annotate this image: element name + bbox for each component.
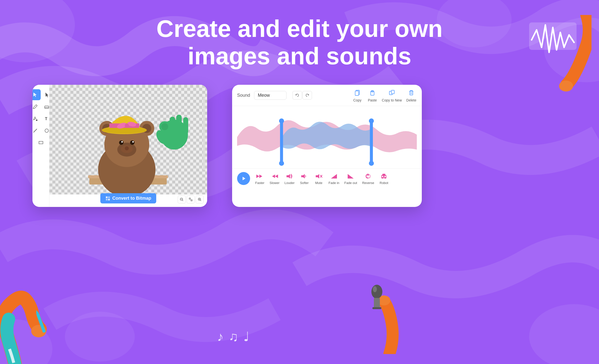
- play-button[interactable]: [237, 172, 250, 185]
- svg-rect-39: [183, 117, 188, 134]
- fade-out-icon: [346, 173, 355, 180]
- mute-button[interactable]: Mute: [314, 173, 323, 185]
- slower-button[interactable]: Slower: [270, 173, 280, 185]
- svg-rect-85: [383, 178, 385, 178]
- svg-marker-74: [275, 175, 278, 178]
- svg-rect-64: [280, 121, 283, 163]
- svg-rect-43: [106, 199, 108, 200]
- faster-button[interactable]: Faster: [255, 173, 265, 185]
- mute-label: Mute: [315, 181, 322, 185]
- svg-marker-75: [287, 174, 290, 179]
- reverse-button[interactable]: Reverse: [362, 173, 374, 185]
- louder-button[interactable]: Louder: [285, 173, 295, 185]
- copy-to-new-action[interactable]: Copy to New: [382, 88, 402, 102]
- note-2: ♫: [229, 329, 238, 344]
- mute-icon: [314, 173, 323, 180]
- undo-button[interactable]: [293, 91, 302, 99]
- svg-point-8: [36, 119, 37, 121]
- svg-point-89: [559, 81, 573, 91]
- copy-action[interactable]: Copy: [352, 88, 363, 102]
- svg-point-33: [125, 123, 129, 127]
- sound-name-input[interactable]: [254, 91, 287, 100]
- svg-point-4: [65, 312, 135, 362]
- convert-bitmap-button[interactable]: Convert to Bitmap: [100, 193, 156, 203]
- fade-out-label: Fade out: [344, 181, 357, 185]
- svg-marker-71: [256, 175, 259, 178]
- waveform-display[interactable]: [232, 106, 422, 168]
- svg-rect-41: [106, 196, 108, 198]
- svg-point-1: [529, 304, 599, 364]
- svg-rect-82: [382, 174, 385, 176]
- svg-point-37: [161, 123, 168, 130]
- fade-in-button[interactable]: Fade in: [328, 173, 339, 185]
- sound-toolbar: Sound Copy Paste: [232, 85, 422, 106]
- delete-icon: [406, 88, 417, 97]
- svg-rect-94: [372, 307, 381, 309]
- svg-line-10: [33, 129, 37, 132]
- svg-rect-60: [391, 90, 394, 94]
- slower-icon: [270, 173, 279, 180]
- note-3: ♩: [243, 329, 250, 344]
- svg-line-46: [182, 200, 183, 201]
- robot-button[interactable]: Robot: [379, 173, 389, 185]
- image-canvas: Convert to Bitmap: [49, 85, 207, 207]
- svg-point-11: [45, 129, 48, 132]
- paste-label: Paste: [368, 98, 377, 102]
- zoom-controls: [178, 195, 204, 203]
- svg-point-83: [382, 176, 383, 177]
- sound-label: Sound: [237, 93, 250, 98]
- svg-point-22: [119, 140, 124, 145]
- svg-rect-44: [108, 199, 110, 200]
- canvas-scrollbar[interactable]: [203, 97, 205, 170]
- fade-out-button[interactable]: Fade out: [344, 173, 357, 185]
- zoom-fit-button[interactable]: [187, 195, 195, 203]
- svg-rect-61: [410, 91, 413, 95]
- svg-line-52: [200, 200, 201, 201]
- svg-point-95: [373, 286, 377, 292]
- robot-label: Robot: [380, 181, 388, 185]
- robot-icon: [379, 173, 389, 180]
- zoom-out-button[interactable]: [178, 195, 186, 203]
- line-tool[interactable]: [32, 125, 41, 136]
- copy-label: Copy: [353, 98, 362, 102]
- svg-point-23: [130, 140, 135, 145]
- svg-rect-38: [176, 115, 182, 132]
- fade-in-label: Fade in: [328, 181, 339, 185]
- note-1: ♪: [217, 329, 224, 344]
- sound-effects-toolbar: Faster Slower Louder Softer: [232, 168, 422, 188]
- undo-redo-buttons: [293, 91, 312, 99]
- svg-marker-70: [243, 177, 245, 180]
- svg-line-50: [190, 199, 191, 200]
- copy-icon: [352, 88, 363, 97]
- zoom-in-button[interactable]: [196, 195, 204, 203]
- svg-rect-56: [355, 91, 359, 95]
- select-tool[interactable]: [32, 89, 41, 100]
- softer-button[interactable]: Softer: [300, 173, 309, 185]
- pencil-tool[interactable]: [32, 101, 41, 112]
- delete-action[interactable]: Delete: [406, 88, 417, 102]
- decorative-left-arm: [0, 264, 70, 364]
- paste-action[interactable]: Paste: [367, 88, 378, 102]
- sound-editor-panel: Sound Copy Paste: [232, 85, 422, 207]
- svg-rect-90: [529, 22, 577, 50]
- reverse-icon: [363, 173, 373, 180]
- decorative-musical-notes: ♪ ♫ ♩: [217, 329, 250, 344]
- svg-point-68: [369, 118, 374, 123]
- image-editor-panel: T: [32, 85, 207, 207]
- svg-marker-77: [316, 174, 319, 179]
- svg-point-92: [371, 285, 382, 299]
- svg-rect-67: [370, 121, 373, 163]
- rectangle-tool[interactable]: [35, 137, 46, 148]
- louder-icon: [285, 173, 294, 180]
- svg-rect-12: [39, 141, 43, 144]
- louder-label: Louder: [285, 181, 295, 185]
- svg-point-65: [279, 118, 284, 123]
- reverse-label: Reverse: [362, 181, 374, 185]
- paste-icon: [367, 88, 378, 97]
- svg-rect-40: [170, 117, 175, 133]
- delete-label: Delete: [406, 98, 416, 102]
- copy-to-new-icon: [386, 88, 397, 97]
- svg-point-24: [121, 141, 123, 143]
- fill-tool[interactable]: [32, 113, 41, 124]
- redo-button[interactable]: [302, 91, 312, 99]
